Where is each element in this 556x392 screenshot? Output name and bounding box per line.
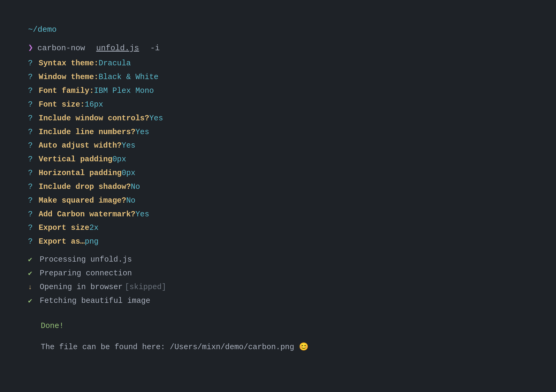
- question-value: 16px: [85, 98, 103, 111]
- question-mark: ?: [28, 235, 34, 248]
- path-line: ~/demo: [28, 23, 528, 37]
- question-mark: ?: [28, 98, 34, 111]
- question-line: ?Export size 2x: [28, 222, 528, 234]
- done-label: Done!: [41, 320, 528, 332]
- question-value: 0px: [112, 153, 126, 166]
- status-text: Preparing connection: [40, 267, 132, 280]
- question-label: Export size: [39, 222, 89, 234]
- status-text: Processing unfold.js: [40, 253, 132, 266]
- check-icon: ✔: [28, 295, 35, 307]
- question-line: ?Window theme: Black & White: [28, 71, 528, 84]
- question-line: ?Make squared image? No: [28, 194, 528, 207]
- terminal-container: ~/demo ❯ carbon-now unfold.js -i ?Syntax…: [15, 13, 541, 364]
- question-line: ?Add Carbon watermark? Yes: [28, 208, 528, 221]
- command-flag: -i: [150, 42, 160, 55]
- question-line: ?Export as… png: [28, 235, 528, 248]
- question-label: Syntax theme:: [39, 57, 98, 70]
- question-value: 0px: [122, 167, 135, 180]
- question-line: ?Vertical padding 0px: [28, 153, 528, 166]
- question-mark: ?: [28, 85, 34, 97]
- question-value: 2x: [89, 222, 98, 234]
- question-line: ?Syntax theme: Dracula: [28, 57, 528, 70]
- question-mark: ?: [28, 126, 34, 139]
- question-value: Yes: [149, 112, 163, 125]
- status-lines: ✔Processing unfold.js✔Preparing connecti…: [28, 253, 528, 307]
- command-line: ❯ carbon-now unfold.js -i: [28, 41, 528, 55]
- question-label: Include drop shadow?: [39, 181, 131, 193]
- question-mark: ?: [28, 208, 34, 221]
- question-value: Yes: [122, 139, 135, 152]
- arrow-icon: ↓: [28, 282, 35, 293]
- check-icon: ✔: [28, 268, 35, 279]
- question-line: ?Font family: IBM Plex Mono: [28, 85, 528, 97]
- prompt-arrow: ❯: [28, 41, 33, 55]
- question-value: Black & White: [98, 71, 158, 84]
- question-mark: ?: [28, 167, 34, 180]
- question-mark: ?: [28, 71, 34, 84]
- question-value: Dracula: [98, 57, 131, 70]
- question-value: Yes: [135, 208, 149, 221]
- question-line: ?Include window controls? Yes: [28, 112, 528, 125]
- question-label: Auto adjust width?: [39, 139, 122, 152]
- question-label: Include window controls?: [39, 112, 149, 125]
- question-mark: ?: [28, 181, 34, 193]
- question-label: Export as…: [39, 235, 85, 248]
- question-line: ?Include line numbers? Yes: [28, 126, 528, 139]
- question-lines: ?Syntax theme: Dracula?Window theme: Bla…: [28, 57, 528, 248]
- question-line: ?Horizontal padding 0px: [28, 167, 528, 180]
- question-line: ?Include drop shadow? No: [28, 181, 528, 193]
- file-message: The file can be found here: /Users/mixn/…: [41, 341, 528, 354]
- question-line: ?Auto adjust width? Yes: [28, 139, 528, 152]
- question-value: png: [85, 235, 98, 248]
- question-label: Add Carbon watermark?: [39, 208, 135, 221]
- command-file: unfold.js: [96, 42, 139, 55]
- status-line: ↓Opening in browser [skipped]: [28, 281, 528, 294]
- status-line: ✔Fetching beautiful image: [28, 295, 528, 307]
- question-line: ?Font size: 16px: [28, 98, 528, 111]
- status-text: Opening in browser: [40, 281, 123, 294]
- question-label: Include line numbers?: [39, 126, 135, 139]
- command-binary: carbon-now: [37, 42, 85, 55]
- question-label: Vertical padding: [39, 153, 112, 166]
- question-label: Horizontal padding: [39, 167, 122, 180]
- question-mark: ?: [28, 139, 34, 152]
- skipped-tag: [skipped]: [125, 281, 166, 294]
- status-line: ✔Processing unfold.js: [28, 253, 528, 266]
- status-text: Fetching beautiful image: [40, 295, 150, 307]
- question-value: No: [131, 181, 140, 193]
- question-label: Font size:: [39, 98, 85, 111]
- question-label: Make squared image?: [39, 194, 126, 207]
- question-value: Yes: [135, 126, 149, 139]
- question-label: Window theme:: [39, 71, 98, 84]
- question-mark: ?: [28, 57, 34, 70]
- question-mark: ?: [28, 112, 34, 125]
- question-mark: ?: [28, 194, 34, 207]
- check-icon: ✔: [28, 254, 35, 266]
- question-label: Font family:: [39, 85, 94, 97]
- question-mark: ?: [28, 222, 34, 234]
- question-value: IBM Plex Mono: [94, 85, 154, 97]
- status-line: ✔Preparing connection: [28, 267, 528, 280]
- question-mark: ?: [28, 153, 34, 166]
- question-value: No: [126, 194, 136, 207]
